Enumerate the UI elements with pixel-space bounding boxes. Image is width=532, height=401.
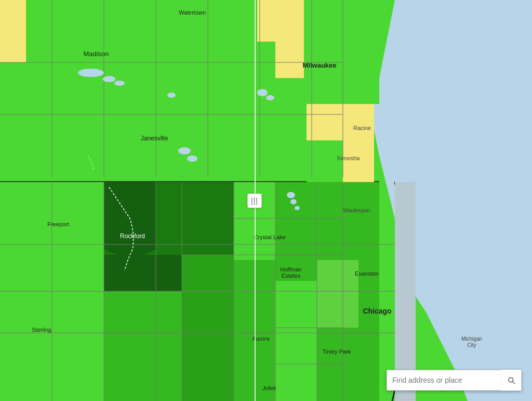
svg-point-60: [290, 199, 297, 204]
svg-text:Madison: Madison: [83, 50, 109, 58]
svg-text:Crystal Lake: Crystal Lake: [254, 234, 285, 240]
svg-text:Milwaukee: Milwaukee: [302, 61, 336, 69]
svg-text:Hoffman: Hoffman: [280, 266, 301, 273]
svg-point-56: [187, 156, 197, 162]
svg-rect-6: [304, 0, 379, 104]
svg-point-58: [266, 95, 274, 100]
svg-rect-20: [182, 328, 234, 401]
svg-rect-22: [395, 182, 416, 401]
map-divider-handle[interactable]: |||: [247, 193, 262, 208]
svg-rect-18: [275, 182, 317, 260]
svg-text:Watertown: Watertown: [179, 9, 206, 16]
svg-point-59: [287, 192, 295, 198]
svg-text:Sterling: Sterling: [32, 327, 51, 333]
map-container: Madison Milwaukee Janesville Racine Keno…: [0, 0, 532, 401]
svg-rect-1: [0, 0, 26, 62]
svg-rect-11: [104, 291, 182, 401]
divider-handle-icon: |||: [251, 197, 258, 205]
svg-point-52: [103, 76, 115, 82]
svg-text:City: City: [467, 342, 476, 348]
svg-text:Kenosha: Kenosha: [337, 155, 360, 161]
svg-text:Freeport: Freeport: [47, 221, 69, 227]
svg-rect-5: [26, 0, 257, 177]
svg-text:Estates: Estates: [282, 273, 301, 279]
svg-text:Tinley Park: Tinley Park: [323, 348, 351, 355]
svg-rect-25: [343, 104, 374, 182]
svg-text:Chicago: Chicago: [363, 307, 391, 315]
svg-rect-21: [104, 255, 182, 291]
svg-point-57: [257, 89, 268, 96]
svg-point-54: [167, 93, 176, 98]
svg-text:Waukegan: Waukegan: [343, 207, 370, 213]
svg-point-55: [178, 147, 191, 154]
search-box: [387, 370, 522, 391]
svg-text:Joliet: Joliet: [262, 385, 276, 391]
search-button[interactable]: [500, 370, 521, 391]
svg-text:Janesville: Janesville: [141, 135, 168, 142]
svg-rect-15: [317, 260, 358, 328]
svg-text:Racine: Racine: [353, 125, 371, 131]
svg-rect-3: [275, 42, 307, 78]
svg-rect-14: [275, 281, 317, 401]
search-input[interactable]: [387, 376, 500, 384]
svg-point-53: [114, 81, 125, 86]
svg-point-61: [295, 206, 300, 210]
svg-text:Evanston: Evanston: [355, 270, 379, 277]
svg-rect-2: [257, 0, 304, 42]
svg-text:Rockford: Rockford: [120, 232, 145, 240]
svg-point-51: [78, 69, 104, 77]
search-icon: [507, 376, 516, 385]
svg-rect-19: [182, 255, 234, 291]
svg-text:Michigan: Michigan: [461, 336, 482, 342]
